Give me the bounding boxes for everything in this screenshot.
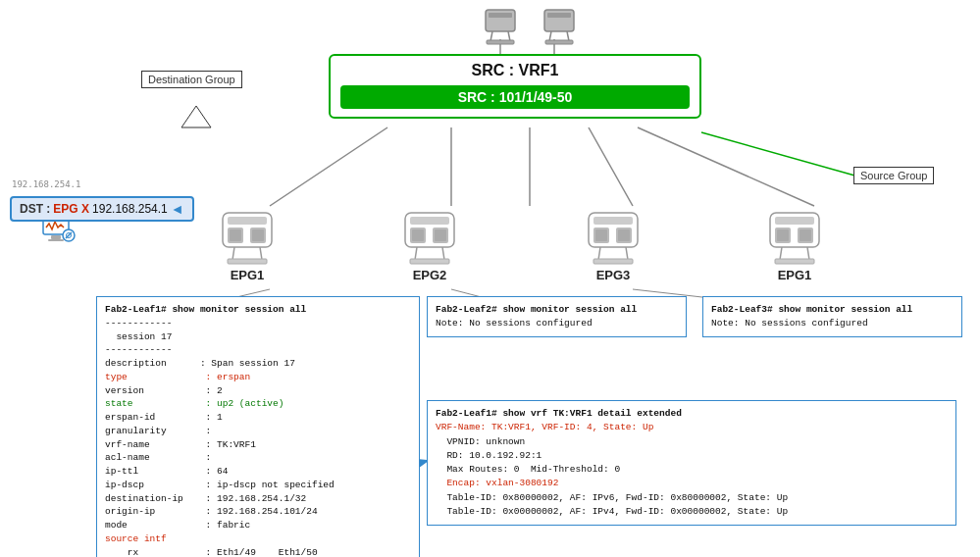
svg-line-37 bbox=[260, 247, 262, 260]
svg-line-36 bbox=[232, 247, 234, 260]
switch-icon-right bbox=[540, 8, 579, 48]
cli-box-leaf3: Fab2-Leaf3# show monitor session all Not… bbox=[702, 296, 962, 337]
svg-rect-40 bbox=[410, 217, 449, 225]
svg-rect-61 bbox=[777, 229, 789, 241]
svg-rect-25 bbox=[51, 235, 61, 239]
cli-box-leaf2: Fab2-Leaf2# show monitor session all Not… bbox=[427, 296, 687, 337]
epg-node-epg1a: EPG1 bbox=[218, 211, 277, 282]
svg-rect-62 bbox=[799, 229, 811, 241]
svg-rect-18 bbox=[487, 40, 514, 44]
svg-marker-8 bbox=[181, 106, 211, 127]
switch-icon-left bbox=[481, 8, 520, 48]
svg-rect-58 bbox=[775, 217, 814, 225]
svg-line-63 bbox=[780, 247, 782, 260]
destination-group-label: Destination Group bbox=[141, 71, 242, 88]
epg1a-label: EPG1 bbox=[218, 268, 277, 282]
svg-line-2 bbox=[270, 127, 387, 206]
svg-rect-49 bbox=[593, 217, 633, 225]
svg-line-54 bbox=[598, 247, 600, 260]
svg-rect-35 bbox=[252, 229, 264, 241]
svg-rect-38 bbox=[228, 259, 267, 264]
epg-node-epg3: EPG3 bbox=[584, 211, 643, 282]
svg-rect-65 bbox=[775, 259, 814, 264]
arrow-left-icon: ◄ bbox=[171, 201, 184, 217]
ip-above-dst: 192.168.254.1 bbox=[12, 179, 80, 189]
svg-rect-47 bbox=[410, 259, 449, 264]
src-vrf-title: SRC : VRF1 bbox=[340, 62, 690, 79]
dst-epg-box: DST : EPG X 192.168.254.1 ◄ bbox=[10, 196, 194, 222]
epg-x-label: EPG X bbox=[53, 202, 89, 216]
svg-line-5 bbox=[589, 127, 633, 206]
epg3-label: EPG3 bbox=[584, 268, 643, 282]
svg-rect-53 bbox=[618, 229, 630, 241]
svg-line-7 bbox=[701, 132, 858, 177]
svg-rect-23 bbox=[545, 40, 573, 44]
svg-line-55 bbox=[626, 247, 628, 260]
svg-rect-26 bbox=[48, 239, 64, 241]
source-group-label: Source Group bbox=[853, 167, 934, 184]
cli-box-leaf1: Fab2-Leaf1# show monitor session all ---… bbox=[96, 296, 420, 557]
vrf-detail-box: Fab2-Leaf1# show vrf TK:VRF1 detail exte… bbox=[427, 400, 956, 526]
src-vrf-container: SRC : VRF1 SRC : 101/1/49-50 bbox=[329, 54, 701, 119]
svg-line-64 bbox=[807, 247, 809, 260]
svg-rect-52 bbox=[595, 229, 607, 241]
epg2-label: EPG2 bbox=[400, 268, 459, 282]
svg-rect-20 bbox=[547, 13, 571, 18]
src-port-label: SRC : 101/1/49-50 bbox=[340, 85, 690, 109]
svg-rect-31 bbox=[228, 217, 267, 225]
svg-rect-34 bbox=[230, 229, 241, 241]
svg-rect-44 bbox=[435, 229, 446, 241]
svg-rect-56 bbox=[593, 259, 633, 264]
dst-label: DST : bbox=[20, 202, 50, 216]
svg-rect-15 bbox=[489, 13, 512, 18]
epg1b-label: EPG1 bbox=[765, 268, 824, 282]
svg-line-46 bbox=[442, 247, 444, 260]
svg-line-45 bbox=[415, 247, 417, 260]
epg-node-epg1b: EPG1 bbox=[765, 211, 824, 282]
svg-rect-43 bbox=[412, 229, 424, 241]
dst-ip-label: 192.168.254.1 bbox=[92, 202, 168, 216]
epg-node-epg2: EPG2 bbox=[400, 211, 459, 282]
svg-line-6 bbox=[638, 127, 814, 206]
